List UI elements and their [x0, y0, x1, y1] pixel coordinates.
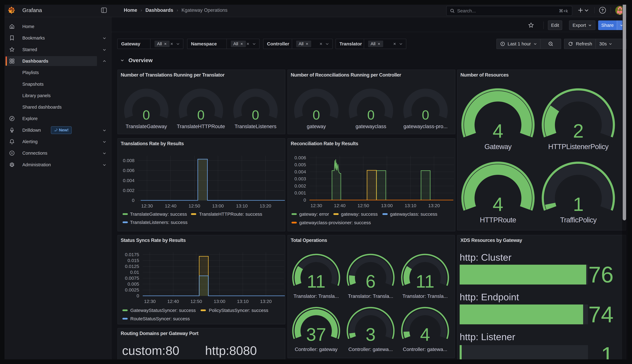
svg-text:12:40: 12:40 [165, 203, 176, 208]
svg-text:0.004: 0.004 [123, 178, 135, 183]
svg-text:TranslateListeners: success: TranslateListeners: success [130, 220, 188, 225]
svg-text:http: Endpoint: http: Endpoint [460, 292, 519, 302]
svg-text:76: 76 [588, 262, 613, 287]
svg-text:2: 2 [573, 120, 584, 142]
svg-text:74: 74 [588, 302, 613, 327]
svg-text:12:40: 12:40 [167, 299, 179, 304]
svg-text:13:20: 13:20 [259, 203, 271, 208]
svg-text:13:20: 13:20 [260, 299, 272, 304]
svg-text:0: 0 [422, 108, 429, 122]
svg-text:13:00: 13:00 [212, 203, 224, 208]
svg-text:0.002: 0.002 [123, 188, 135, 193]
svg-text:12:40: 12:40 [334, 203, 346, 208]
svg-text:0.0175: 0.0175 [125, 252, 139, 257]
svg-text:Translator: Transla...: Translator: Transla... [402, 293, 448, 299]
svg-text:0.004: 0.004 [294, 169, 306, 174]
svg-text:TrafficPolicy: TrafficPolicy [560, 216, 597, 224]
svg-text:0.01: 0.01 [130, 270, 139, 275]
svg-text:0.0025: 0.0025 [125, 287, 139, 292]
svg-text:GatewayStatusSyncer: success: GatewayStatusSyncer: success [130, 308, 196, 313]
svg-text:0: 0 [252, 108, 259, 122]
svg-text:12:50: 12:50 [358, 203, 369, 208]
svg-text:4: 4 [420, 324, 430, 345]
svg-text:gatewayclass-pro...: gatewayclass-pro... [404, 124, 448, 129]
svg-text:Controller: gatewa...: Controller: gatewa... [349, 346, 393, 352]
svg-text:TranslateHTTPRoute: success: TranslateHTTPRoute: success [199, 212, 262, 217]
svg-text:0.001: 0.001 [294, 190, 306, 196]
svg-text:0.002: 0.002 [294, 183, 306, 188]
svg-text:13:00: 13:00 [214, 299, 225, 304]
svg-text:TranslateListeners: TranslateListeners [234, 124, 276, 129]
svg-text:12:30: 12:30 [144, 299, 156, 304]
svg-text:13:10: 13:10 [405, 203, 416, 208]
svg-text:0.005: 0.005 [294, 162, 306, 167]
svg-text:0: 0 [303, 198, 306, 202]
svg-text:12:50: 12:50 [190, 299, 202, 304]
svg-text:0: 0 [132, 198, 135, 203]
svg-text:TranslateGateway: TranslateGateway [126, 124, 167, 129]
svg-text:gateway: error: gateway: error [299, 212, 329, 217]
svg-text:Translator: Transla...: Translator: Transla... [293, 293, 339, 299]
svg-text:TranslateGateway: success: TranslateGateway: success [130, 212, 187, 217]
svg-text:37: 37 [306, 324, 326, 345]
svg-text:4: 4 [493, 120, 503, 142]
svg-text:0: 0 [367, 108, 375, 122]
svg-text:12:50: 12:50 [188, 203, 200, 208]
svg-text:gateway: success: gateway: success [341, 212, 378, 217]
svg-text:0: 0 [137, 293, 139, 298]
svg-text:13:10: 13:10 [236, 203, 248, 208]
svg-text:1: 1 [601, 342, 613, 359]
svg-text:1: 1 [573, 194, 584, 215]
svg-text:0.0125: 0.0125 [125, 264, 139, 269]
svg-text:0.006: 0.006 [123, 168, 135, 173]
svg-text:PolicyStatusSyncer: success: PolicyStatusSyncer: success [209, 308, 268, 313]
svg-text:?: ? [601, 8, 604, 12]
svg-text:TranslateHTTPRoute: TranslateHTTPRoute [177, 124, 225, 129]
svg-text:Gateway: Gateway [484, 142, 512, 150]
svg-text:12:30: 12:30 [141, 203, 153, 208]
svg-text:6: 6 [366, 271, 376, 292]
svg-text:gatewayclass: gatewayclass [356, 124, 386, 129]
svg-text:http: Cluster: http: Cluster [460, 252, 511, 263]
svg-text:11: 11 [416, 271, 434, 292]
svg-text:Translator: Transla...: Translator: Transla... [348, 293, 393, 299]
svg-text:4: 4 [493, 194, 503, 215]
svg-text:0.006: 0.006 [294, 155, 306, 160]
svg-text:13:10: 13:10 [237, 299, 248, 304]
svg-text:0.0075: 0.0075 [125, 276, 139, 281]
svg-text:0: 0 [197, 108, 205, 122]
svg-text:3: 3 [366, 324, 376, 345]
svg-text:11: 11 [307, 271, 326, 292]
svg-text:0.003: 0.003 [294, 176, 306, 181]
svg-text:0: 0 [143, 108, 150, 122]
svg-text:12:30: 12:30 [310, 203, 322, 208]
svg-text:RouteStatusSyncer: success: RouteStatusSyncer: success [130, 316, 190, 321]
svg-text:gatewayclass: success: gatewayclass: success [390, 212, 437, 217]
svg-text:Controller: gateway: Controller: gateway [295, 346, 338, 352]
svg-text:gatewayclass-provisioner: succ: gatewayclass-provisioner: success [299, 220, 371, 225]
svg-text:0: 0 [312, 108, 320, 122]
svg-text:http: Listener: http: Listener [460, 332, 515, 342]
svg-text:Controller: gatewa...: Controller: gatewa... [403, 346, 447, 352]
svg-text:gateway: gateway [307, 124, 326, 129]
svg-text:13:00: 13:00 [381, 203, 393, 208]
svg-text:0.015: 0.015 [128, 258, 139, 263]
svg-text:HTTPRoute: HTTPRoute [480, 216, 516, 224]
svg-text:13:20: 13:20 [428, 203, 440, 208]
svg-text:HTTPListenerPolicy: HTTPListenerPolicy [548, 142, 608, 150]
svg-text:0.008: 0.008 [123, 158, 135, 163]
svg-text:0.005: 0.005 [128, 282, 139, 286]
